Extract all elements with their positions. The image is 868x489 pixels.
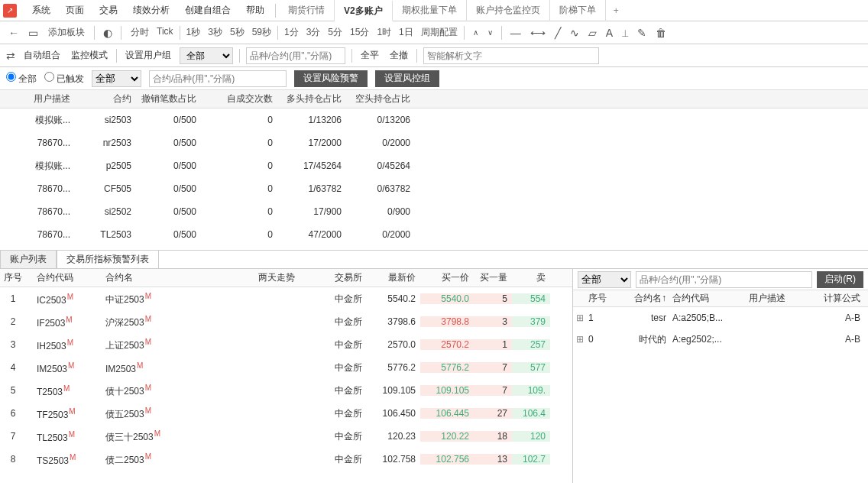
settings-icon[interactable]: ⇄ [6,50,15,62]
rcol-name[interactable]: 合约名↑ [616,292,669,305]
rcol-idx[interactable]: 序号 [585,292,616,305]
start-button[interactable]: 启动(R) [817,271,863,288]
timeframe-button[interactable]: 周期配置 [418,26,461,40]
formula-row[interactable]: ⊞1tesrA:a2505;B...A-B [573,307,868,329]
theme-toggle-icon[interactable]: ◐ [101,27,115,39]
quote-row[interactable]: 7TL2503M债三十2503M中金所120.23120.2218120 [0,425,572,448]
quote-row[interactable]: 8TS2503M债二2503M中金所102.758102.75613102.7 [0,448,572,471]
diag-icon[interactable]: ╱ [552,27,563,39]
qcol-trend[interactable]: 两天走势 [237,271,321,284]
col-cancel[interactable]: 撤销笔数占比 [138,92,202,105]
menu-item[interactable]: 绩效分析 [125,4,177,17]
text-icon[interactable]: A [604,27,615,39]
col-self[interactable]: 自成交次数 [202,92,279,105]
timeframe-button[interactable]: 1秒 [183,26,204,40]
group-select[interactable]: 全部 [180,47,233,64]
main-tab[interactable]: 期货行情 [279,0,335,21]
radio-all[interactable]: 全部 [6,72,37,86]
quote-row[interactable]: 3IH2503M上证2503M中金所2570.02570.21257 [0,333,572,356]
col-code[interactable]: 合约 [76,92,138,105]
line-icon[interactable]: — [508,27,523,39]
smart-parse-input[interactable] [423,47,599,64]
rcol-code[interactable]: 合约代码 [669,292,746,305]
flat-all-button[interactable]: 全平 [358,49,381,62]
timeframe-button[interactable]: 15分 [347,26,372,40]
timeframe-button[interactable]: 59秒 [249,26,274,40]
monitor-mode-button[interactable]: 监控模式 [69,49,110,62]
table-row[interactable]: 模拟账...si25030/50001/132060/13206 [0,108,868,131]
timeframe-button[interactable]: 3分 [303,26,324,40]
qcol-code[interactable]: 合约代码 [31,271,99,284]
expand-icon[interactable]: ⊞ [573,334,585,345]
qcol-idx[interactable]: 序号 [0,271,31,284]
menu-item[interactable]: 页面 [58,4,92,17]
formula-group-select[interactable]: 全部 [578,271,631,288]
set-risk-alert-button[interactable]: 设置风险预警 [294,70,368,87]
qcol-name[interactable]: 合约名 [99,271,237,284]
qcol-last[interactable]: 最新价 [367,271,420,284]
qcol-bid[interactable]: 买一价 [420,271,474,284]
timeframe-button[interactable]: 1分 [281,26,302,40]
chevron-up-icon[interactable]: ∧ [471,28,481,37]
set-risk-group-button[interactable]: 设置风控组 [375,70,439,87]
contract-filter-input[interactable] [246,47,345,64]
rect-icon[interactable]: ▱ [586,27,599,39]
menu-item[interactable]: 帮助 [238,4,272,17]
main-tab[interactable]: 账户持仓监控页 [467,0,550,21]
timeframe-button[interactable]: 1日 [396,26,416,40]
quote-row[interactable]: 2IF2503M沪深2503M中金所3798.63798.83379 [0,310,572,333]
quote-row[interactable]: 6TF2503M债五2503M中金所106.450106.44527106.4 [0,402,572,425]
menu-item[interactable]: 交易 [92,4,125,17]
expand-icon[interactable]: ⊞ [573,313,585,323]
main-tab[interactable]: V2多账户 [335,0,393,21]
cancel-all-button[interactable]: 全撤 [387,49,410,62]
filter-select[interactable]: 全部 [92,70,141,87]
delete-icon[interactable]: 🗑 [653,27,669,39]
table-row[interactable]: 模拟账...p25050/500017/452640/45264 [0,154,868,177]
qcol-ask[interactable]: 卖 [512,271,550,284]
radio-triggered[interactable]: 已触发 [44,72,84,86]
table-row[interactable]: 78670...si25020/500017/9000/900 [0,200,868,223]
timeframe-button[interactable]: Tick [154,26,177,40]
quote-panel: 序号 合约代码 合约名 两天走势 交易所 最新价 买一价 买一量 卖 1IC25… [0,269,573,483]
measure-icon[interactable]: ⟂ [620,27,630,39]
table-row[interactable]: 78670...TL25030/500047/20000/2000 [0,223,868,246]
mid-tab[interactable]: 交易所指标预警列表 [57,250,159,268]
add-tab-button[interactable]: + [606,5,627,16]
hline-icon[interactable]: ⟷ [528,27,548,39]
main-tab[interactable]: 期权批量下单 [393,0,467,21]
board-icon[interactable]: ▭ [26,27,40,39]
rcol-formula[interactable]: 计算公式 [807,292,868,305]
rcol-desc[interactable]: 用户描述 [746,292,807,305]
timeframe-button[interactable]: 5分 [325,26,345,40]
back-icon[interactable]: ← [6,27,21,39]
timeframe-button[interactable]: 3秒 [205,26,225,40]
table-row[interactable]: 78670...CF5050/50001/637820/63782 [0,177,868,200]
menu-item[interactable]: 系统 [24,4,58,17]
qcol-bvol[interactable]: 买一量 [474,271,512,284]
formula-filter-input[interactable] [636,271,812,288]
qcol-exch[interactable]: 交易所 [321,271,367,284]
timeframe-button[interactable]: 5秒 [227,26,248,40]
set-group-label: 设置用户组 [123,49,173,62]
col-desc[interactable]: 用户描述 [0,92,76,105]
quote-row[interactable]: 1IC2503M中证2503M中金所5540.25540.05554 [0,287,572,310]
quote-row[interactable]: 4IM2503MIM2503M中金所5776.25776.27577 [0,356,572,379]
add-board-button[interactable]: 添加板块 [45,26,88,39]
mid-tab[interactable]: 账户列表 [0,250,57,268]
chevron-down-icon[interactable]: ∨ [485,28,495,37]
timeframe-button[interactable]: 分时 [128,26,152,40]
edit-icon[interactable]: ✎ [635,27,649,39]
auto-group-button[interactable]: 自动组合 [21,49,63,62]
contract-input[interactable] [149,70,287,87]
col-short[interactable]: 空头持仓占比 [348,92,416,105]
toolbar-group: ⇄ 自动组合 监控模式 设置用户组 全部 全平 全撤 [0,44,868,67]
quote-row[interactable]: 5T2503M债十2503M中金所109.105109.1057109. [0,379,572,402]
timeframe-button[interactable]: 1时 [374,26,394,40]
main-tab[interactable]: 阶梯下单 [550,0,606,21]
table-row[interactable]: 78670...nr25030/500017/20000/2000 [0,131,868,154]
formula-row[interactable]: ⊞0时代的A:eg2502;...A-B [573,329,868,350]
menu-item[interactable]: 创建自组合 [177,4,238,17]
col-long[interactable]: 多头持仓占比 [279,92,348,105]
zigzag-icon[interactable]: ∿ [568,27,581,39]
